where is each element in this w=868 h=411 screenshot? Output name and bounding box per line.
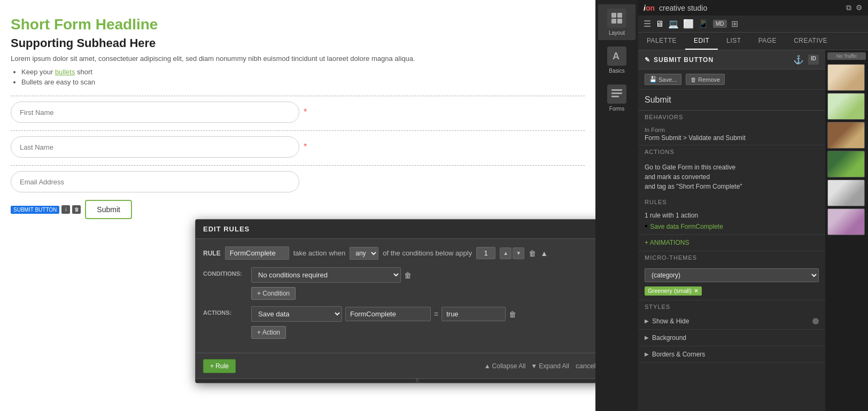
micro-theme-remove-btn[interactable]: ✕ bbox=[694, 288, 699, 294]
add-rule-btn[interactable]: + Rule bbox=[203, 359, 236, 373]
add-condition-btn[interactable]: + Condition bbox=[251, 287, 296, 300]
tab-page[interactable]: PAGE bbox=[750, 33, 785, 50]
expand-all-btn[interactable]: ▼ Expand All bbox=[531, 362, 569, 370]
rule-delete-btn[interactable]: 🗑 bbox=[529, 249, 536, 258]
styles-header: STYLES bbox=[638, 300, 825, 313]
action-field-input[interactable] bbox=[345, 307, 431, 321]
micro-themes-select[interactable]: (category) bbox=[645, 268, 819, 282]
save-icon-small: ▪ bbox=[645, 221, 650, 230]
thumbnail-6[interactable] bbox=[827, 208, 865, 235]
first-name-input[interactable] bbox=[11, 102, 299, 123]
rules-section: 1 rule with 1 action ▪ Save data FormCom… bbox=[638, 208, 825, 235]
action-delete-btn[interactable]: 🗑 bbox=[509, 310, 516, 319]
rule-expand-btn[interactable]: ▲ bbox=[540, 249, 548, 258]
top-bar-icons: ⧉ ⚙ bbox=[846, 3, 863, 12]
last-name-input[interactable] bbox=[11, 136, 299, 158]
add-action-btn[interactable]: + Action bbox=[251, 326, 286, 339]
mobile-icon[interactable]: 📱 bbox=[698, 19, 709, 29]
edit-panel-title: ✎ SUBMIT BUTTON bbox=[645, 56, 714, 64]
thumbnail-4[interactable] bbox=[827, 151, 865, 177]
actions-label: ACTIONS: bbox=[203, 306, 246, 316]
rule-name-input[interactable] bbox=[225, 246, 289, 260]
basics-label: Basics bbox=[609, 68, 624, 74]
thumbnail-5[interactable] bbox=[827, 180, 865, 206]
edit-rules-modal: EDIT RULES ⤢ RULE take action when any o… bbox=[195, 219, 595, 383]
info-icon[interactable]: i bbox=[61, 205, 70, 214]
in-form-label: In Form bbox=[645, 127, 819, 133]
actions-content: Save data = 🗑 + Action bbox=[251, 306, 595, 339]
chevron-right-icon-2: ▶ bbox=[645, 335, 649, 340]
rules-header: RULES bbox=[638, 196, 825, 208]
show-hide-row[interactable]: ▶ Show & Hide bbox=[638, 313, 825, 330]
basics-icon: A bbox=[607, 46, 626, 66]
remove-btn[interactable]: 🗑 Remove bbox=[686, 74, 725, 85]
background-row[interactable]: ▶ Background bbox=[638, 330, 825, 346]
tool-item-basics[interactable]: A Basics bbox=[598, 42, 636, 78]
content-name: Submit bbox=[638, 90, 825, 111]
id-badge: ID bbox=[808, 55, 819, 65]
email-input[interactable] bbox=[11, 171, 299, 192]
tool-panel: Layout A Basics Forms bbox=[595, 0, 638, 411]
footer-right: ▲ Collapse All ▼ Expand All cancel OK bbox=[484, 359, 595, 373]
arrow-up-btn[interactable]: ▲ bbox=[500, 247, 511, 259]
resize-handle-bottom[interactable]: ⠿ bbox=[196, 378, 595, 383]
action-value-input[interactable] bbox=[441, 307, 506, 321]
borders-row[interactable]: ▶ Borders & Corners bbox=[638, 346, 825, 363]
grid-icon[interactable]: ⊞ bbox=[731, 19, 738, 29]
no-traffic-badge: No Traffic bbox=[827, 52, 866, 60]
pencil-icon: ✎ bbox=[645, 56, 650, 64]
bullet-item-1: Keep your bullets short bbox=[21, 68, 585, 76]
copy-icon[interactable]: ⧉ bbox=[846, 3, 851, 12]
bullet-list: Keep your bullets short Bullets are easy… bbox=[11, 68, 585, 86]
tool-item-layout[interactable]: Layout bbox=[598, 4, 636, 40]
thumbnail-2[interactable] bbox=[827, 93, 865, 120]
laptop-icon[interactable]: 💻 bbox=[668, 19, 679, 29]
tab-palette[interactable]: PALETTE bbox=[638, 33, 685, 50]
forms-label: Forms bbox=[609, 106, 624, 112]
background-label: ▶ Background bbox=[645, 334, 686, 342]
panel-title-text: SUBMIT BUTTON bbox=[654, 56, 714, 64]
modal-cancel-btn[interactable]: cancel bbox=[576, 362, 595, 370]
tab-edit[interactable]: EDIT bbox=[685, 33, 718, 50]
device-bar: ☰ 🖥 💻 ⬜ 📱 MD ⊞ bbox=[638, 15, 868, 33]
tab-list[interactable]: LIST bbox=[718, 33, 749, 50]
layout-icon bbox=[607, 9, 626, 28]
show-hide-label: ▶ Show & Hide bbox=[645, 317, 689, 325]
anchor-icon: ⚓ bbox=[793, 55, 804, 65]
in-form-row: In Form Form Submit > Validate and Submi… bbox=[638, 123, 825, 145]
submit-wrapper: SUBMIT BUTTON i 🗑 Submit bbox=[11, 200, 585, 219]
thumbnail-1[interactable] bbox=[827, 64, 865, 91]
tab-creative[interactable]: CREATIVE bbox=[785, 33, 836, 50]
svg-rect-1 bbox=[617, 13, 622, 18]
collapse-expand-btns: ▲ Collapse All ▼ Expand All bbox=[484, 362, 569, 370]
animations-row[interactable]: + ANIMATIONS bbox=[638, 235, 825, 251]
rules-link[interactable]: Save data FormComplete bbox=[650, 223, 723, 230]
condition-delete-btn[interactable]: 🗑 bbox=[404, 271, 412, 280]
tool-item-forms[interactable]: Forms bbox=[598, 80, 636, 116]
micro-theme-tag: Greenery (small) ✕ bbox=[645, 286, 702, 296]
required-star-2: * bbox=[304, 142, 307, 152]
form-subhead: Supporting Subhead Here bbox=[11, 36, 585, 50]
svg-rect-7 bbox=[611, 96, 619, 97]
conditions-dropdown[interactable]: No conditions required bbox=[251, 267, 401, 283]
collapse-all-btn[interactable]: ▲ Collapse All bbox=[484, 362, 526, 370]
rule-number-input[interactable] bbox=[476, 247, 495, 259]
trash-icon[interactable]: 🗑 bbox=[72, 205, 81, 214]
md-badge: MD bbox=[713, 20, 727, 28]
hamburger-icon[interactable]: ☰ bbox=[644, 19, 651, 29]
app-name: creative studio bbox=[659, 4, 707, 12]
save-btn[interactable]: 💾 Save... bbox=[645, 74, 681, 85]
submit-btn-icon-group: i 🗑 bbox=[61, 205, 81, 214]
thumbnail-3[interactable] bbox=[827, 122, 865, 149]
edit-panel-actions: ⚓ ID bbox=[793, 55, 819, 65]
svg-rect-5 bbox=[611, 89, 622, 91]
arrow-down-btn[interactable]: ▼ bbox=[513, 247, 524, 259]
submit-button[interactable]: Submit bbox=[85, 200, 132, 219]
form-body-text: Lorem ipsum dolor sit amet, consectetuer… bbox=[11, 55, 585, 63]
any-select[interactable]: any bbox=[350, 247, 378, 260]
settings-icon[interactable]: ⚙ bbox=[856, 3, 863, 12]
forms-icon bbox=[607, 84, 626, 104]
desktop-icon[interactable]: 🖥 bbox=[655, 19, 664, 29]
tablet-icon[interactable]: ⬜ bbox=[683, 19, 694, 29]
action-type-select[interactable]: Save data bbox=[251, 306, 342, 322]
